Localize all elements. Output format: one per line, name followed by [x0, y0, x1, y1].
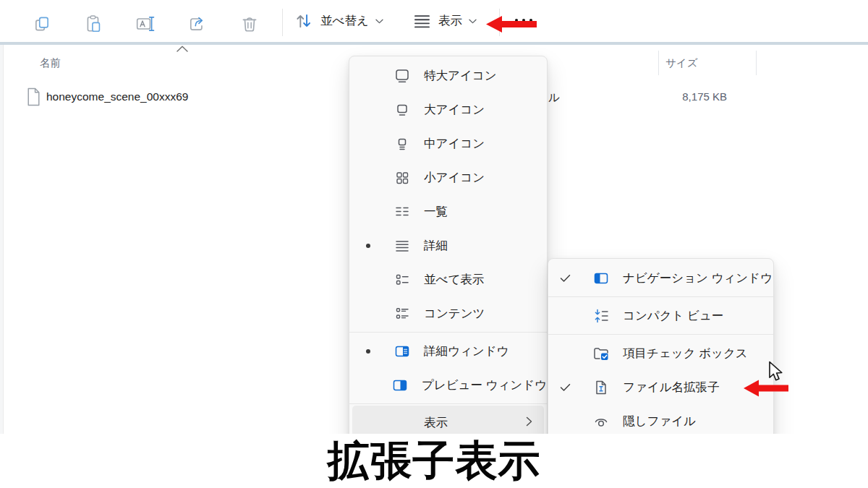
submenu-item-navigation-pane[interactable]: ナビゲーション ウィンドウ [548, 261, 773, 295]
rename-button[interactable] [134, 12, 157, 35]
submenu-item-hidden-files[interactable]: 隠しファイル [548, 404, 773, 434]
chevron-down-icon [375, 19, 383, 24]
sort-label: 並べ替え [320, 13, 369, 29]
view-lines-icon [412, 12, 432, 31]
caption-text: 拡張子表示 [0, 434, 868, 488]
submenu-chevron-icon [526, 416, 532, 427]
checkmark-icon [560, 383, 571, 392]
menu-item-small-icons[interactable]: 小アイコン [349, 160, 547, 194]
navigation-pane-icon [592, 270, 610, 287]
tiles-view-icon [393, 271, 411, 288]
menu-item-show[interactable]: 表示 [352, 406, 544, 434]
file-icon [26, 87, 41, 106]
menu-item-list[interactable]: 一覧 [349, 194, 547, 228]
sort-ascending-caret-icon [176, 45, 189, 53]
file-explorer-window: 並べ替え 表示 [0, 0, 868, 434]
large-icons-icon [393, 101, 411, 119]
file-size: 8,175 KB [682, 90, 727, 103]
view-label: 表示 [438, 13, 462, 29]
hidden-files-icon [592, 413, 610, 430]
preview-pane-icon [391, 377, 409, 394]
column-divider[interactable] [756, 51, 757, 75]
medium-icons-icon [393, 135, 411, 153]
view-button[interactable]: 表示 [412, 0, 477, 42]
menu-separator [548, 296, 773, 297]
menu-item-large-icons[interactable]: 大アイコン [349, 93, 547, 127]
view-dropdown-menu: 特大アイコン 大アイコン [349, 56, 548, 434]
sort-button[interactable]: 並べ替え [294, 0, 383, 42]
share-icon [188, 14, 207, 33]
chevron-down-icon [469, 19, 477, 24]
menu-separator [349, 403, 547, 404]
paste-button[interactable] [82, 12, 105, 35]
toolbar-shadow-band [0, 42, 868, 45]
show-submenu: ナビゲーション ウィンドウ コンパクト ビュー [548, 258, 774, 434]
selected-bullet [366, 244, 370, 248]
menu-item-details[interactable]: 詳細 [349, 228, 547, 262]
file-type-fragment: ル [548, 90, 560, 106]
rename-icon [135, 14, 156, 33]
submenu-item-item-checkboxes[interactable]: 項目チェック ボックス [548, 336, 773, 370]
menu-item-medium-icons[interactable]: 中アイコン [349, 127, 547, 160]
command-toolbar: 並べ替え 表示 [0, 0, 868, 42]
submenu-item-compact-view[interactable]: コンパクト ビュー [548, 299, 773, 333]
mouse-cursor [768, 361, 784, 382]
menu-item-extra-large-icons[interactable]: 特大アイコン [349, 59, 547, 93]
list-view-icon [393, 203, 411, 221]
menu-item-details-pane[interactable]: 詳細ウィンドウ [349, 334, 547, 368]
small-icons-icon [393, 169, 411, 187]
item-checkboxes-icon [592, 345, 610, 362]
menu-separator [548, 334, 773, 335]
delete-button[interactable] [238, 12, 261, 35]
submenu-item-file-extensions[interactable]: ファイル名拡張子 [548, 370, 773, 404]
toolbar-divider [282, 9, 283, 36]
menu-item-preview-pane[interactable]: プレビュー ウィンドウ [349, 368, 547, 402]
copy-icon [33, 14, 51, 33]
share-button[interactable] [186, 12, 209, 35]
compact-view-icon [592, 307, 610, 325]
screenshot: 並べ替え 表示 [0, 0, 868, 488]
column-divider[interactable] [658, 51, 659, 75]
column-header-size[interactable]: サイズ [665, 56, 698, 70]
paste-icon [84, 14, 103, 33]
copy-button[interactable] [30, 12, 54, 35]
menu-separator [349, 332, 547, 333]
checkmark-icon [560, 274, 571, 283]
sort-icon [294, 11, 314, 31]
menu-item-tiles[interactable]: 並べて表示 [349, 262, 547, 296]
column-header-name[interactable]: 名前 [40, 56, 61, 70]
annotation-arrow-view [486, 14, 538, 35]
extra-large-icons-icon [393, 67, 411, 85]
selected-bullet [366, 349, 370, 354]
details-view-icon [393, 237, 411, 254]
menu-item-content[interactable]: コンテンツ [349, 296, 547, 330]
content-view-icon [393, 305, 411, 322]
delete-icon [240, 14, 259, 33]
file-name: honeycome_scene_00xxx69 [46, 90, 188, 103]
file-extensions-icon [592, 379, 610, 396]
details-pane-icon [393, 343, 411, 360]
